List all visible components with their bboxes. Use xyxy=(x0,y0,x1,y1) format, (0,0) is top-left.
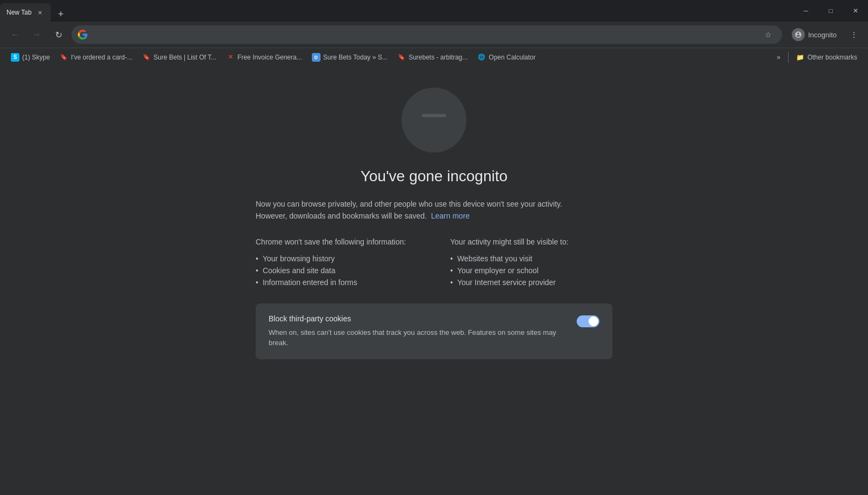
bookmarks-divider xyxy=(788,52,789,63)
tab-close-button[interactable]: ✕ xyxy=(36,8,44,17)
cookie-header: Block third-party cookies When on, sites… xyxy=(269,314,599,348)
bookmark-free-invoice-label: Free Invoice Genera... xyxy=(237,54,302,61)
window-controls: ─ □ ✕ xyxy=(793,0,868,22)
wont-save-column: Chrome won't save the following informat… xyxy=(256,237,418,288)
cookie-block: Block third-party cookies When on, sites… xyxy=(256,303,612,359)
cookie-description: When on, sites can't use cookies that tr… xyxy=(269,327,568,348)
still-visible-item-2: Your employer or school xyxy=(450,265,612,276)
still-visible-column: Your activity might still be visible to:… xyxy=(450,237,612,288)
svg-line-7 xyxy=(443,125,445,126)
forward-button[interactable]: → xyxy=(28,26,45,43)
address-actions: ☆ xyxy=(760,27,776,42)
maximize-button[interactable]: □ xyxy=(818,0,843,22)
bookmark-free-invoice[interactable]: ✕ Free Invoice Genera... xyxy=(222,51,306,64)
bookmarks-bar: S (1) Skype 🔖 I've ordered a card-... 🔖 … xyxy=(0,48,868,66)
menu-icon: ⋮ xyxy=(850,30,858,39)
bookmark-star-button[interactable]: ☆ xyxy=(760,27,776,42)
tab-title: New Tab xyxy=(6,9,31,16)
toolbar: ← → ↻ ☆ Incognito ⋮ xyxy=(0,22,868,48)
back-icon: ← xyxy=(11,30,19,39)
calculator-favicon: 🌐 xyxy=(477,53,486,62)
wont-save-item-2: Cookies and site data xyxy=(256,265,418,276)
sure-bets-list-favicon: 🔖 xyxy=(142,53,151,62)
sure-bets-today-favicon: D xyxy=(312,53,321,62)
reload-icon: ↻ xyxy=(55,30,62,40)
surebets-favicon: 🔖 xyxy=(397,53,406,62)
bookmark-sure-bets-today-label: Sure Bets Today » S... xyxy=(323,54,388,61)
cookie-text: Block third-party cookies When on, sites… xyxy=(269,314,568,348)
svg-point-3 xyxy=(425,121,433,129)
bookmark-ordered-card-label: I've ordered a card-... xyxy=(71,54,132,61)
address-input[interactable] xyxy=(92,30,756,39)
bookmark-calculator[interactable]: 🌐 Open Calculator xyxy=(473,51,540,64)
skype-favicon: S xyxy=(11,53,19,62)
close-button[interactable]: ✕ xyxy=(843,0,868,22)
forward-icon: → xyxy=(32,30,41,39)
free-invoice-favicon: ✕ xyxy=(226,53,235,62)
incognito-spy-icon xyxy=(415,101,453,140)
svg-rect-1 xyxy=(422,114,446,117)
star-icon: ☆ xyxy=(765,30,772,39)
incognito-avatar xyxy=(792,28,805,41)
bookmark-surebets-label: Surebets - arbitrag... xyxy=(409,54,468,61)
bookmarks-more-button[interactable]: » xyxy=(772,51,785,63)
still-visible-item-3: Your Internet service provider xyxy=(450,276,612,288)
wont-save-list: Your browsing history Cookies and site d… xyxy=(256,253,418,288)
intro-paragraph: Now you can browse privately, and other … xyxy=(256,198,612,222)
main-content: You've gone incognito Now you can browse… xyxy=(0,66,868,495)
address-bar[interactable]: ☆ xyxy=(71,25,782,44)
bookmark-calculator-label: Open Calculator xyxy=(489,54,536,61)
wont-save-title: Chrome won't save the following informat… xyxy=(256,237,418,246)
active-tab[interactable]: New Tab ✕ xyxy=(0,3,51,22)
back-button[interactable]: ← xyxy=(6,26,24,43)
incognito-icon-wrapper xyxy=(402,88,466,153)
bookmark-ordered-card[interactable]: 🔖 I've ordered a card-... xyxy=(55,51,137,64)
tab-strip: New Tab ✕ + xyxy=(0,0,793,22)
svg-line-6 xyxy=(423,125,425,126)
bookmark-skype-label: (1) Skype xyxy=(22,54,50,61)
bookmark-skype[interactable]: S (1) Skype xyxy=(6,51,54,64)
still-visible-list: Websites that you visit Your employer or… xyxy=(450,253,612,288)
still-visible-item-1: Websites that you visit xyxy=(450,253,612,265)
intro-line1: Now you can browse privately, and other … xyxy=(256,200,562,208)
cookie-title: Block third-party cookies xyxy=(269,314,568,323)
other-bookmarks-icon: 📁 xyxy=(796,54,804,61)
new-tab-button[interactable]: + xyxy=(53,6,68,22)
learn-more-link[interactable]: Learn more xyxy=(431,212,470,220)
info-columns: Chrome won't save the following informat… xyxy=(256,237,612,288)
profile-button[interactable]: Incognito xyxy=(786,26,842,43)
menu-button[interactable]: ⋮ xyxy=(846,27,862,42)
still-visible-title: Your activity might still be visible to: xyxy=(450,237,612,246)
incognito-title: You've gone incognito xyxy=(360,168,508,185)
bookmark-sure-bets-list-label: Sure Bets | List Of T... xyxy=(153,54,216,61)
other-bookmarks-label: Other bookmarks xyxy=(807,54,857,61)
intro-line2: However, downloads and bookmarks will be… xyxy=(256,212,427,220)
title-bar: New Tab ✕ + ─ □ ✕ xyxy=(0,0,868,22)
toggle-knob xyxy=(589,316,598,326)
wont-save-item-3: Information entered in forms xyxy=(256,276,418,288)
google-logo-icon xyxy=(78,30,88,39)
svg-point-4 xyxy=(435,121,443,129)
reload-button[interactable]: ↻ xyxy=(50,26,67,43)
bookmark-surebets[interactable]: 🔖 Surebets - arbitrag... xyxy=(393,51,472,64)
bookmark-sure-bets-today[interactable]: D Sure Bets Today » S... xyxy=(308,51,392,64)
bookmark-sure-bets-list[interactable]: 🔖 Sure Bets | List Of T... xyxy=(138,51,221,64)
other-bookmarks-button[interactable]: 📁 Other bookmarks xyxy=(792,51,862,63)
minimize-button[interactable]: ─ xyxy=(793,0,818,22)
wont-save-item-1: Your browsing history xyxy=(256,253,418,265)
cookie-toggle[interactable] xyxy=(577,315,599,327)
profile-name: Incognito xyxy=(808,31,837,39)
ordered-card-favicon: 🔖 xyxy=(59,53,68,62)
